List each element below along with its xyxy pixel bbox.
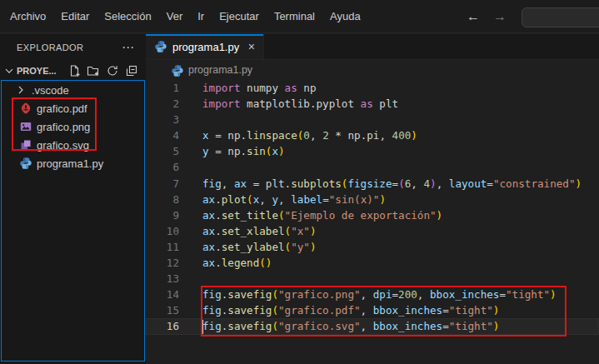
- code-token: 200: [398, 288, 417, 301]
- menu-editar[interactable]: Editar: [53, 7, 97, 25]
- code-token: ax: [202, 193, 215, 206]
- project-section-header[interactable]: PROYE...: [0, 61, 146, 80]
- code-line-4[interactable]: 4x = np.linspace(0, 2 * np.pi, 400): [146, 127, 599, 143]
- text-cursor: [202, 320, 203, 334]
- code-token: np.: [227, 129, 247, 142]
- chevron-right-icon: [14, 83, 27, 97]
- code-text: ax.set_title("Ejemplo de exportación"): [202, 207, 442, 223]
- code-token: (: [272, 304, 278, 317]
- code-line-14[interactable]: 14fig.savefig("grafico.png", dpi=200, bb…: [146, 287, 599, 302]
- menu-selecci-n[interactable]: Selección: [97, 7, 158, 25]
- code-token: dpi: [373, 288, 392, 301]
- line-number[interactable]: 6: [146, 159, 179, 175]
- tree-item-grafico-pdf[interactable]: grafico.pdf: [2, 99, 144, 117]
- svg-file-icon: [19, 138, 32, 152]
- code-token: matplotlib.pyplot: [241, 97, 361, 110]
- code-token: ,: [411, 177, 423, 190]
- section-actions: [67, 63, 139, 78]
- breadcrumb[interactable]: programa1.py: [146, 60, 599, 80]
- tree-item-grafico-png[interactable]: grafico.png: [2, 117, 144, 136]
- code-line-11[interactable]: 11ax.set_ylabel("y"): [146, 239, 599, 255]
- refresh-icon[interactable]: [105, 63, 120, 78]
- code-token: ): [310, 241, 317, 253]
- code-token: y: [272, 193, 278, 206]
- code-token: "grafico.png": [278, 288, 361, 301]
- line-number[interactable]: 15: [146, 302, 179, 318]
- code-text: ax.plot(x, y, label="sin(x)"): [202, 192, 386, 207]
- collapse-all-icon[interactable]: [124, 63, 139, 78]
- code-token: label: [291, 193, 322, 206]
- tab-label: programa1.py: [172, 41, 239, 53]
- line-number[interactable]: 9: [146, 207, 179, 223]
- code-token: ,: [278, 193, 291, 206]
- code-line-7[interactable]: 7fig, ax = plt.subplots(figsize=(6, 4), …: [146, 176, 599, 192]
- code-editor[interactable]: 1import numpy as np2import matplotlib.py…: [146, 80, 599, 364]
- code-token: "tight": [449, 304, 493, 317]
- line-number[interactable]: 14: [146, 287, 179, 302]
- code-token: *: [329, 129, 348, 142]
- code-token: plt: [373, 97, 398, 110]
- tree-item-programa1-py[interactable]: programa1.py: [2, 154, 144, 172]
- code-line-16[interactable]: 16fig.savefig("grafico.svg", bbox_inches…: [146, 318, 599, 334]
- code-line-6[interactable]: 6: [146, 159, 599, 175]
- close-icon[interactable]: ×: [248, 40, 255, 53]
- code-line-1[interactable]: 1import numpy as np: [146, 80, 599, 96]
- code-token: "sin(x)": [329, 193, 380, 206]
- line-number[interactable]: 4: [146, 127, 179, 143]
- menu-terminal[interactable]: Terminal: [267, 7, 322, 25]
- code-token: =: [209, 129, 228, 142]
- code-token: =: [442, 320, 449, 332]
- menu-ver[interactable]: Ver: [159, 7, 191, 25]
- code-line-12[interactable]: 12ax.legend(): [146, 255, 599, 271]
- code-token: ,: [361, 320, 373, 332]
- line-number[interactable]: 8: [146, 192, 179, 207]
- explorer-sidebar: EXPLORADOR ⋯ PROYE... .vscodegrafico.pdf…: [0, 34, 146, 364]
- menu-ejecutar[interactable]: Ejecutar: [212, 7, 267, 25]
- code-line-15[interactable]: 15fig.savefig("grafico.pdf", bbox_inches…: [146, 302, 599, 318]
- code-line-3[interactable]: 3: [146, 112, 599, 127]
- tree-item-grafico-svg[interactable]: grafico.svg: [2, 136, 144, 154]
- code-token: =: [487, 177, 493, 190]
- back-arrow-icon[interactable]: ←: [467, 9, 480, 24]
- code-text: import matplotlib.pyplot as plt: [202, 96, 398, 112]
- code-token: 4: [423, 177, 430, 190]
- code-token: import: [202, 82, 241, 94]
- menu-archivo[interactable]: Archivo: [2, 7, 53, 25]
- tree-item-label: .vscode: [32, 84, 69, 97]
- code-token: ax: [234, 177, 247, 190]
- line-number[interactable]: 3: [146, 112, 179, 127]
- code-token: "x": [291, 225, 310, 237]
- new-folder-icon[interactable]: [86, 63, 101, 78]
- code-line-10[interactable]: 10ax.set_xlabel("x"): [146, 223, 599, 239]
- tab-programa1-py[interactable]: programa1.py ×: [146, 34, 264, 59]
- line-number[interactable]: 16: [146, 318, 179, 334]
- line-number[interactable]: 7: [146, 176, 179, 192]
- code-line-2[interactable]: 2import matplotlib.pyplot as plt: [146, 96, 599, 112]
- code-token: ,: [222, 177, 234, 190]
- code-token: (: [272, 320, 278, 332]
- code-token: x: [272, 145, 278, 157]
- line-number[interactable]: 2: [146, 96, 179, 112]
- code-line-9[interactable]: 9ax.set_title("Ejemplo de exportación"): [146, 207, 599, 223]
- code-token: ): [310, 225, 317, 237]
- code-line-5[interactable]: 5y = np.sin(x): [146, 143, 599, 159]
- more-actions-icon[interactable]: ⋯: [122, 43, 134, 52]
- code-text: fig.savefig("grafico.png", dpi=200, bbox…: [202, 287, 557, 302]
- tree-item-vscode[interactable]: .vscode: [2, 81, 144, 99]
- code-token: "Ejemplo de exportación": [285, 209, 437, 222]
- menu-ir[interactable]: Ir: [190, 7, 212, 25]
- line-number[interactable]: 1: [146, 80, 179, 96]
- forward-arrow-icon[interactable]: →: [493, 9, 507, 24]
- line-number[interactable]: 13: [146, 271, 179, 287]
- command-center-search[interactable]: [522, 7, 599, 27]
- menu-ayuda[interactable]: Ayuda: [322, 7, 368, 25]
- code-token: ax: [202, 241, 215, 253]
- code-text: y = np.sin(x): [202, 143, 285, 159]
- line-number[interactable]: 11: [146, 239, 179, 255]
- line-number[interactable]: 10: [146, 223, 179, 239]
- code-line-8[interactable]: 8ax.plot(x, y, label="sin(x)"): [146, 192, 599, 207]
- line-number[interactable]: 12: [146, 255, 179, 271]
- code-line-13[interactable]: 13: [146, 271, 599, 287]
- line-number[interactable]: 5: [146, 143, 179, 159]
- new-file-icon[interactable]: [67, 63, 82, 78]
